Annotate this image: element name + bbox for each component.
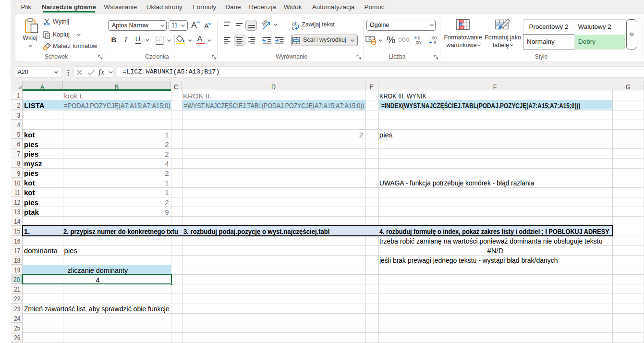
svg-text:,00: ,00 <box>414 40 421 45</box>
svg-text:c: c <box>292 24 294 30</box>
svg-text:ab: ab <box>261 19 268 26</box>
